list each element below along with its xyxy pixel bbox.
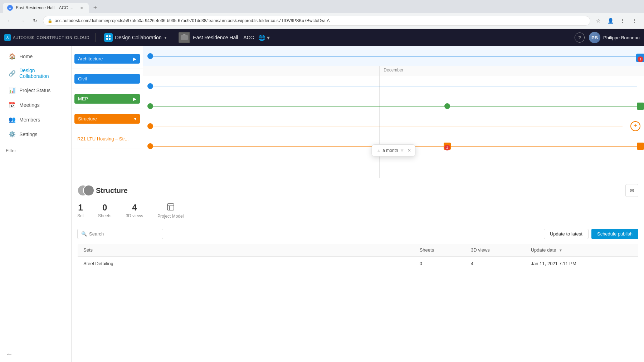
forward-button[interactable]: → (17, 16, 27, 26)
sidebar-item-settings[interactable]: ⚙️ Settings (3, 127, 68, 141)
avatar-2 (83, 185, 94, 196)
arch-badge-count: 2 (638, 56, 643, 62)
sidebar-item-meetings[interactable]: 📅 Meetings (3, 98, 68, 112)
new-tab-button[interactable]: + (90, 3, 100, 13)
browser-chrome: A East Residence Hall – ACC – Auto... ✕ … (0, 0, 644, 29)
gantt-row-civil (143, 76, 644, 96)
content-area: Architecture ▶ Civil MEP ▶ (72, 46, 644, 362)
structure-chip[interactable]: Structure ▾ (74, 114, 140, 124)
stat-project-model: Project Model (157, 203, 184, 219)
project-model-label: Project Model (157, 214, 184, 219)
meetings-icon: 📅 (9, 101, 16, 108)
members-label: Members (19, 117, 40, 123)
teams-panel: Architecture ▶ Civil MEP ▶ (72, 46, 143, 178)
civil-chip[interactable]: Civil (74, 74, 140, 84)
settings-menu-button[interactable]: ⋮ (630, 16, 640, 26)
r21-label: R21 LTU Housing – Str... (77, 136, 129, 142)
active-tab[interactable]: A East Residence Hall – ACC – Auto... ✕ (3, 3, 89, 13)
project-dropdown-button[interactable]: ▾ (267, 34, 270, 41)
avatar-image: PB (589, 32, 600, 43)
timeline-header: December (143, 66, 644, 76)
team-row-r21: R21 LTU Housing – Str... (72, 129, 143, 149)
mep-mid-dot (444, 103, 450, 109)
tab-favicon: A (7, 5, 13, 11)
filter-section: Filter (0, 142, 71, 157)
arch-gantt-line (150, 56, 637, 56)
sheets-label: Sheets (98, 213, 111, 218)
views-value: 4 (132, 203, 137, 213)
help-button[interactable]: ? (575, 33, 585, 43)
project-status-label: Project Status (19, 88, 50, 93)
search-wrapper: 🔍 (77, 229, 163, 239)
gantt-row-architecture: 2 (143, 46, 644, 66)
autodesk-logo: A AUTODESK CONSTRUCTION CLOUD (4, 34, 89, 41)
construction-cloud-label: CONSTRUCTION CLOUD (36, 35, 89, 40)
structure-add-button[interactable]: + (630, 121, 640, 131)
structure-avatars (77, 185, 92, 196)
stat-set: 1 Set (77, 203, 84, 219)
r21-chip[interactable]: R21 LTU Housing – Str... (74, 134, 140, 144)
extensions-button[interactable]: ⋮ (618, 16, 628, 26)
email-button[interactable]: ✉ (625, 184, 638, 197)
sidebar-item-members[interactable]: 👥 Members (3, 113, 68, 127)
reload-button[interactable]: ↻ (30, 16, 40, 26)
stats-row: 1 Set 0 Sheets 4 3D views (77, 200, 638, 224)
stat-sheets: 0 Sheets (98, 203, 111, 219)
user-avatar[interactable]: PB Philippe Bonneau (589, 32, 640, 43)
project-model-icon (166, 203, 175, 213)
table-body: Steel Detailing 0 4 Jan 11, 2021 7:11 PM (78, 257, 638, 271)
module-icon (104, 33, 113, 42)
back-button[interactable]: ← (4, 16, 14, 26)
sidebar-collapse-button[interactable]: ← (0, 346, 71, 362)
col-3d-views: 3D views (465, 244, 525, 257)
team-row-civil: Civil (72, 69, 143, 89)
architecture-chip[interactable]: Architecture ▶ (74, 54, 140, 64)
schedule-publish-button[interactable]: Schedule publish (591, 229, 638, 239)
filter-label[interactable]: Filter (6, 148, 16, 153)
mep-chip[interactable]: MEP ▶ (74, 94, 140, 104)
civil-gantt-line (150, 86, 637, 86)
gantt-row-structure: + (143, 116, 644, 136)
mep-gantt-line (150, 106, 637, 106)
gantt-row-mep (143, 96, 644, 116)
svg-rect-3 (109, 38, 111, 40)
cell-update-date: Jan 11, 2021 7:11 PM (525, 257, 638, 271)
address-bar[interactable]: 🔒 acc.autodesk.com/dc/home/projects/597a… (43, 16, 590, 26)
gantt-timeline: December (143, 46, 644, 178)
mep-label: MEP (78, 96, 88, 101)
module-dropdown-icon: ▼ (164, 36, 167, 40)
cell-3d-views: 4 (465, 257, 525, 271)
topbar-right-actions: ? PB Philippe Bonneau (575, 32, 640, 43)
main-layout: 🏠 Home 🔗 Design Collaboration 📊 Project … (0, 46, 644, 362)
design-collab-icon: 🔗 (9, 70, 16, 77)
cell-sheets: 0 (414, 257, 465, 271)
set-value: 1 (78, 203, 83, 213)
tooltip-close-button[interactable]: ✕ (408, 148, 411, 153)
project-globe-button[interactable]: 🌐 (258, 34, 265, 41)
autodesk-icon: A (4, 34, 11, 41)
bookmark-button[interactable]: ☆ (593, 16, 603, 26)
timeline-tooltip: ▲ a month ▼ ✕ (371, 144, 415, 157)
sidebar-item-home[interactable]: 🏠 Home (3, 49, 68, 63)
sort-icon: ▼ (559, 248, 562, 252)
module-selector-button[interactable]: Design Collaboration ▼ (101, 32, 170, 43)
sidebar-item-project-status[interactable]: 📊 Project Status (3, 83, 68, 97)
cell-set-name: Steel Detailing (78, 257, 414, 271)
search-input[interactable] (89, 231, 159, 237)
profile-switch-button[interactable]: 👤 (605, 16, 615, 26)
table-header: Sets Sheets 3D views Update date ▼ (78, 244, 638, 257)
set-label: Set (77, 213, 84, 218)
update-latest-button[interactable]: Update to latest (544, 229, 589, 239)
col-update-date[interactable]: Update date ▼ (525, 244, 638, 257)
table-row[interactable]: Steel Detailing 0 4 Jan 11, 2021 7:11 PM (78, 257, 638, 271)
svg-rect-1 (109, 35, 111, 37)
team-row-architecture: Architecture ▶ (72, 49, 143, 69)
tab-close-button[interactable]: ✕ (79, 5, 84, 11)
svg-rect-2 (106, 38, 108, 40)
user-name: Philippe Bonneau (603, 35, 640, 40)
svg-rect-0 (106, 35, 108, 37)
col-views-label: 3D views (471, 247, 490, 253)
svg-rect-7 (167, 204, 174, 210)
structure-arrow-icon: ▾ (134, 116, 136, 122)
sidebar-item-design-collaboration[interactable]: 🔗 Design Collaboration (3, 64, 68, 83)
